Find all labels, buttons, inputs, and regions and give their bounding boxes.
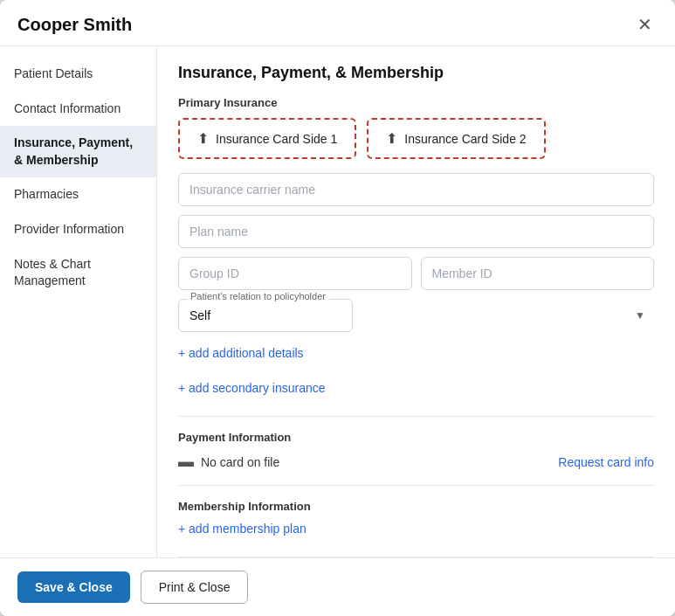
group-id-input[interactable]: [178, 257, 412, 290]
add-secondary-insurance-container: + add secondary insurance: [178, 381, 654, 402]
add-additional-details-container: + add additional details: [178, 346, 654, 367]
card-side-2-label: Insurance Card Side 2: [404, 132, 526, 146]
print-close-button[interactable]: Print & Close: [141, 571, 249, 604]
upload-icon-2: ⬆: [386, 130, 397, 147]
sidebar-item-insurance-payment-membership[interactable]: Insurance, Payment, & Membership: [0, 126, 156, 177]
card-side-1-label: Insurance Card Side 1: [216, 132, 337, 146]
payment-section: Payment Information ▬ No card on file Re…: [178, 431, 654, 471]
relation-select[interactable]: Self Spouse Child Other: [178, 299, 353, 332]
chevron-down-icon: ▼: [635, 309, 645, 322]
member-id-input[interactable]: [421, 257, 655, 290]
modal: Cooper Smith ✕ Patient Details Contact I…: [0, 0, 675, 616]
sidebar-item-provider-information[interactable]: Provider Information: [0, 212, 156, 247]
insurance-card-side-1-button[interactable]: ⬆ Insurance Card Side 1: [178, 118, 356, 159]
page-title: Insurance, Payment, & Membership: [178, 64, 654, 82]
add-membership-plan-link[interactable]: + add membership plan: [178, 522, 307, 536]
add-secondary-insurance-link[interactable]: + add secondary insurance: [178, 381, 326, 395]
primary-insurance-label: Primary Insurance: [178, 96, 654, 109]
membership-section-label: Membership Information: [178, 500, 654, 513]
insurance-card-side-2-button[interactable]: ⬆ Insurance Card Side 2: [367, 118, 545, 159]
insurance-carrier-input[interactable]: [178, 173, 654, 206]
save-close-button[interactable]: Save & Close: [17, 571, 130, 603]
modal-title: Cooper Smith: [17, 15, 132, 35]
modal-body: Patient Details Contact Information Insu…: [0, 46, 675, 557]
modal-header: Cooper Smith ✕: [0, 0, 675, 46]
sidebar-item-pharmacies[interactable]: Pharmacies: [0, 177, 156, 212]
add-additional-details-link[interactable]: + add additional details: [178, 346, 304, 360]
credit-card-icon: ▬: [178, 453, 194, 471]
modal-footer: Save & Close Print & Close: [0, 557, 675, 616]
sidebar: Patient Details Contact Information Insu…: [0, 46, 157, 557]
payment-section-label: Payment Information: [178, 431, 654, 444]
close-button[interactable]: ✕: [632, 14, 658, 35]
insurance-card-buttons: ⬆ Insurance Card Side 1 ⬆ Insurance Card…: [178, 118, 654, 159]
payment-row: ▬ No card on file Request card info: [178, 453, 654, 471]
sidebar-item-contact-information[interactable]: Contact Information: [0, 92, 156, 127]
no-card-label: No card on file: [201, 455, 279, 469]
relation-container: Patient's relation to policyholder Self …: [178, 299, 654, 332]
id-row: [178, 257, 654, 290]
sidebar-item-notes-chart-management[interactable]: Notes & Chart Management: [0, 247, 156, 299]
plan-name-input[interactable]: [178, 215, 654, 248]
membership-section: Membership Information + add membership …: [178, 500, 654, 543]
upload-icon-1: ⬆: [197, 130, 209, 147]
main-content: Insurance, Payment, & Membership Primary…: [157, 46, 675, 557]
relation-label: Patient's relation to policyholder: [187, 291, 329, 301]
divider-2: [178, 485, 654, 486]
divider-1: [178, 416, 654, 417]
request-card-info-link[interactable]: Request card info: [558, 455, 654, 469]
sidebar-item-patient-details[interactable]: Patient Details: [0, 57, 156, 92]
no-card-row: ▬ No card on file: [178, 453, 279, 471]
